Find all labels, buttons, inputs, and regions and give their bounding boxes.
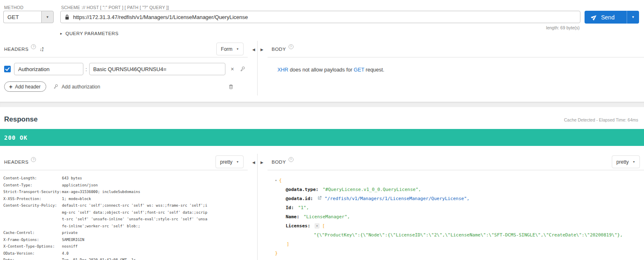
json-entry: @odata.type:"#QueryLicense.v1_0_0.QueryL… [275,185,644,194]
chevron-down-icon: ▼ [236,48,239,50]
help-icon[interactable]: ? [31,157,36,162]
response-title: Response [4,115,38,124]
header-enabled-checkbox[interactable] [4,66,11,72]
send-button[interactable]: Send [585,11,627,24]
response-title-row: Response Cache Detected - Elapsed Time: … [0,107,644,129]
collapse-toggle-icon[interactable]: ▾ [315,223,320,229]
request-bar: METHOD GET ▼ SCHEME :// HOST [ ":" PORT … [0,0,644,36]
section-divider [0,102,644,107]
headers-view-mode-select[interactable]: Form ▼ [216,43,244,55]
method-select[interactable]: GET ▼ [3,11,56,23]
request-panels: HEADERS ? ↓ AZ Form ▼ Authorization : Ba… [0,41,644,95]
json-entry: @odata.id: "/redfish/v1/Managers/1/Licen… [275,194,644,203]
table-row: X-XSS-Protection:1; mode=block [3,196,248,203]
response-headers-title: HEADERS [4,160,28,165]
header-actions-row: + Add header Add authorization [0,75,248,92]
request-body-title: BODY [272,47,286,52]
response-headers-panel-header: HEADERS ? pretty ▼ [0,154,248,170]
response-panels: HEADERS ? pretty ▼ Content-Length:643 by… [0,154,644,260]
url-input[interactable]: https://172.31.3.47/redfish/v1/Managers/… [60,11,580,23]
json-array-item: "{\"ProductKey\":{\"Node\":{\"LicenseID\… [275,230,644,239]
send-label: Send [601,14,615,21]
url-hint-label: SCHEME :// HOST [ ":" PORT ] [ PATH [ "?… [60,4,580,11]
query-parameters-toggle[interactable]: ▸ QUERY PARAMETERS [60,31,580,36]
send-icon [591,14,597,20]
header-colon: : [85,66,87,72]
method-value: GET [3,11,41,23]
json-root-line: ▾{ [275,176,644,185]
method-label: METHOD [3,4,56,11]
xhr-link[interactable]: XHR [277,67,288,73]
json-close-bracket-line: ] [275,239,644,248]
add-header-button[interactable]: + Add header [4,81,46,92]
table-row: Content-Type:application/json [3,182,248,189]
response-headers-panel: HEADERS ? pretty ▼ Content-Length:643 by… [0,154,248,260]
get-method-link[interactable]: GET [354,67,364,73]
request-headers-panel: HEADERS ? ↓ AZ Form ▼ Authorization : Ba… [0,41,248,95]
expand-right-icon[interactable]: ▶ [260,48,263,52]
add-authorization-button[interactable]: Add authorization [53,84,100,90]
delete-header-icon[interactable] [228,84,234,90]
insert-variable-icon[interactable] [240,66,246,72]
request-length-label: length: 69 byte(s) [60,23,580,31]
add-authorization-label: Add authorization [62,84,100,90]
response-body-view-mode-value: pretty [616,159,629,165]
body-not-allowed-message: XHR does not allow payloads for GET requ… [268,57,644,73]
response-body-view-mode-select[interactable]: pretty ▼ [612,155,640,168]
help-icon[interactable]: ? [289,157,294,162]
lock-icon [65,14,69,20]
collapse-toggle-icon[interactable]: ▾ [275,179,277,182]
panel-splitter: ◀ ▶ [248,154,268,260]
panel-splitter: ◀ ▶ [248,41,268,95]
status-text: 200 OK [4,134,28,141]
key-icon [53,84,59,89]
request-body-panel-header: BODY ? [268,41,644,57]
method-group: METHOD GET ▼ [3,4,56,36]
send-button-group: Send ▼ [585,11,639,24]
url-value: https://172.31.3.47/redfish/v1/Managers/… [73,14,248,20]
response-meta: Cache Detected - Elapsed Time: 64ms [564,117,638,122]
help-icon[interactable]: ? [289,44,294,49]
header-value-input[interactable]: Basic QURNSU46QURNSU4= [89,63,225,75]
collapse-left-icon[interactable]: ◀ [252,48,255,52]
request-headers-panel-header: HEADERS ? ↓ AZ Form ▼ [0,41,248,57]
header-row: Authorization : Basic QURNSU46QURNSU4= × [0,57,248,75]
headers-view-mode-value: Form [221,46,232,52]
response-headers-view-mode-value: pretty [220,159,232,165]
method-dropdown-button[interactable]: ▼ [41,11,54,23]
response-headers-view-mode-select[interactable]: pretty ▼ [215,155,244,168]
json-entry: Id:"1", [275,203,644,212]
chevron-down-icon: ▼ [46,15,49,19]
chevron-right-icon: ▸ [60,31,62,36]
chevron-down-icon: ▼ [632,15,635,19]
help-icon[interactable]: ? [31,44,36,49]
url-group: SCHEME :// HOST [ ":" PORT ] [ PATH [ "?… [60,4,580,36]
table-row: Content-Length:643 bytes [3,175,248,182]
collapse-left-icon[interactable]: ◀ [252,160,255,165]
header-name-value: Authorization [18,66,50,72]
plus-icon: + [9,83,12,90]
query-parameters-label: QUERY PARAMETERS [66,31,118,36]
request-body-panel: BODY ? XHR does not allow payloads for G… [268,41,644,95]
odata-id-link[interactable]: "/redfish/v1/Managers/1/LicenseManager/Q… [324,196,469,201]
table-row: Cache-Control:private [3,229,248,236]
table-row: Content-Security-Policy:default-src 'sel… [3,202,248,229]
send-options-button[interactable]: ▼ [627,11,639,24]
external-link-icon[interactable] [317,196,322,200]
json-entry: Licenses: ▾ [ [275,221,644,230]
header-value-value: Basic QURNSU46QURNSU4= [93,66,166,72]
header-name-input[interactable]: Authorization [14,63,83,75]
expand-right-icon[interactable]: ▶ [260,160,263,165]
request-headers-title: HEADERS [4,47,28,52]
add-header-label: Add header [15,84,40,90]
response-body-panel-header: BODY ? pretty ▼ [268,154,644,170]
response-headers-list: Content-Length:643 bytes Content-Type:ap… [0,170,248,260]
json-close-brace-line: } [275,248,644,258]
clear-header-icon[interactable]: × [231,66,234,72]
chevron-down-icon: ▼ [632,160,635,163]
table-row: Strict-Transport-Security:max-age=315360… [3,188,248,196]
json-entry: Name:"LicenseManager", [275,212,644,221]
sort-headers-icon[interactable]: ↓ AZ [40,47,44,52]
response-body-panel: BODY ? pretty ▼ ▾{ @odata.type:"#QueryLi… [268,154,644,260]
status-banner: 200 OK [0,129,644,146]
